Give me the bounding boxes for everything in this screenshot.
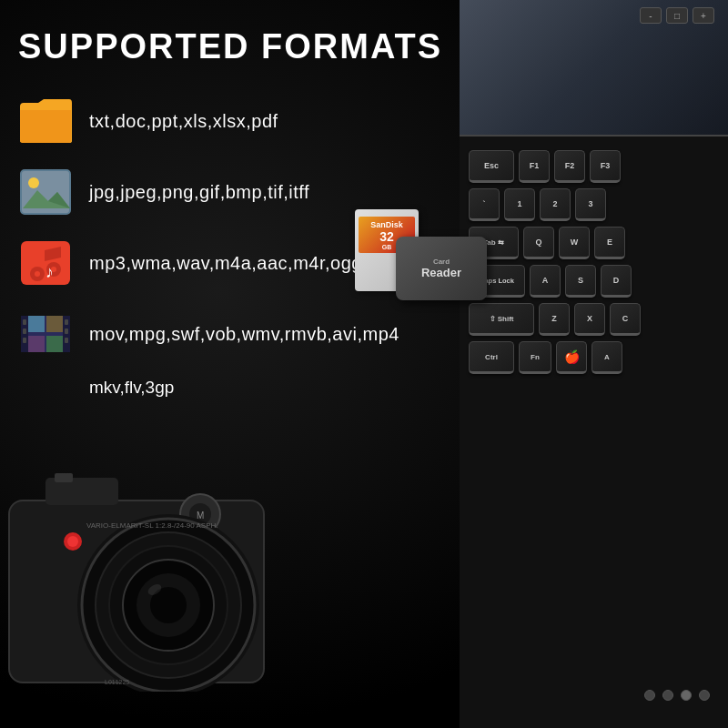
- camera-area: M VARIO-ELMARIT-SL 1:2.8-/24-90 ASPH. L0…: [0, 455, 437, 728]
- document-formats: txt,doc,ppt,xls,xlsx,pdf: [89, 111, 278, 132]
- key-f2[interactable]: F2: [554, 150, 585, 183]
- music-icon: ♪: [18, 236, 73, 290]
- dot-1: [644, 690, 655, 701]
- keyboard-row-3: Tab ⇆ Q W E: [469, 227, 719, 259]
- dot-2: [662, 690, 673, 701]
- key-a[interactable]: A: [530, 265, 561, 298]
- key-w[interactable]: W: [559, 227, 590, 259]
- cr-main-text: Reader: [421, 266, 461, 279]
- key-backtick[interactable]: `: [469, 188, 500, 221]
- keyboard-row-6: Ctrl Fn 🍎 A: [469, 341, 719, 374]
- key-ctrl[interactable]: Ctrl: [469, 341, 514, 374]
- video-icon: [18, 307, 73, 361]
- image-icon: [18, 165, 73, 219]
- keyboard-row-5: ⇧ Shift Z X C: [469, 303, 719, 336]
- audio-formats: mp3,wma,wav,m4a,aac,m4r,ogg: [89, 253, 362, 274]
- svg-rect-19: [65, 338, 68, 343]
- keyboard-row-2: ` 1 2 3: [469, 188, 719, 221]
- svg-text:L011225: L011225: [105, 679, 129, 685]
- key-apple[interactable]: 🍎: [556, 341, 587, 374]
- key-f3[interactable]: F3: [590, 150, 621, 183]
- key-c[interactable]: C: [610, 303, 641, 336]
- key-alt[interactable]: A: [592, 341, 622, 374]
- dot-3: [681, 690, 692, 701]
- svg-rect-15: [23, 329, 26, 334]
- svg-point-7: [35, 271, 40, 277]
- image-formats: jpg,jpeg,png,gif,bmp,tif,itff: [89, 182, 309, 203]
- key-fn[interactable]: Fn: [519, 341, 551, 374]
- key-x[interactable]: X: [574, 303, 605, 336]
- svg-rect-20: [28, 316, 45, 332]
- main-scene: SUPPORTED FORMATS txt,doc,ppt,xls,xlsx,p…: [0, 0, 728, 728]
- key-esc[interactable]: Esc: [469, 150, 514, 183]
- laptop-area: - □ + Esc F1 F2 F3 ` 1 2 3 Tab: [419, 0, 728, 728]
- key-q[interactable]: Q: [523, 227, 554, 259]
- svg-rect-17: [65, 319, 68, 325]
- svg-rect-22: [28, 336, 45, 352]
- folder-icon: [18, 94, 73, 148]
- laptop-screen: - □ +: [460, 0, 728, 136]
- svg-rect-14: [23, 319, 26, 325]
- svg-rect-21: [46, 316, 63, 332]
- key-f1[interactable]: F1: [519, 150, 550, 183]
- bottom-indicator-dots: [644, 690, 710, 701]
- svg-text:VARIO-ELMARIT-SL 1:2.8-/24-90 : VARIO-ELMARIT-SL 1:2.8-/24-90 ASPH.: [86, 521, 218, 530]
- card-reader-label: Card Reader: [396, 237, 487, 300]
- svg-point-2: [28, 177, 39, 188]
- camera-illustration: M VARIO-ELMARIT-SL 1:2.8-/24-90 ASPH. L0…: [0, 455, 382, 692]
- keyboard-row-4: Caps Lock A S D: [469, 265, 719, 298]
- key-z[interactable]: Z: [539, 303, 570, 336]
- key-2[interactable]: 2: [540, 188, 571, 221]
- page-title: SUPPORTED FORMATS: [18, 27, 482, 66]
- svg-point-29: [67, 536, 78, 547]
- svg-rect-27: [55, 473, 73, 482]
- top-bar: - □ +: [640, 7, 714, 24]
- keyboard: Esc F1 F2 F3 ` 1 2 3 Tab ⇆ Q W E Caps: [460, 136, 728, 728]
- keyboard-row-1: Esc F1 F2 F3: [469, 150, 719, 183]
- card-reader-device: Card Reader: [396, 237, 487, 300]
- format-row-documents: txt,doc,ppt,xls,xlsx,pdf: [18, 94, 482, 148]
- maximize-button[interactable]: □: [666, 7, 688, 24]
- key-d[interactable]: D: [601, 265, 632, 298]
- svg-rect-16: [23, 338, 26, 343]
- sd-brand: SanDisk: [360, 220, 413, 229]
- cr-top-text: Card: [433, 258, 450, 266]
- key-shift[interactable]: ⇧ Shift: [469, 303, 534, 336]
- key-1[interactable]: 1: [504, 188, 535, 221]
- svg-rect-23: [46, 336, 63, 352]
- svg-text:♪: ♪: [46, 263, 54, 281]
- minimize-button[interactable]: -: [640, 7, 662, 24]
- close-button[interactable]: +: [693, 7, 714, 24]
- key-s[interactable]: S: [565, 265, 596, 298]
- dot-4: [699, 690, 710, 701]
- key-3[interactable]: 3: [575, 188, 606, 221]
- key-e[interactable]: E: [594, 227, 625, 259]
- svg-rect-18: [65, 329, 68, 334]
